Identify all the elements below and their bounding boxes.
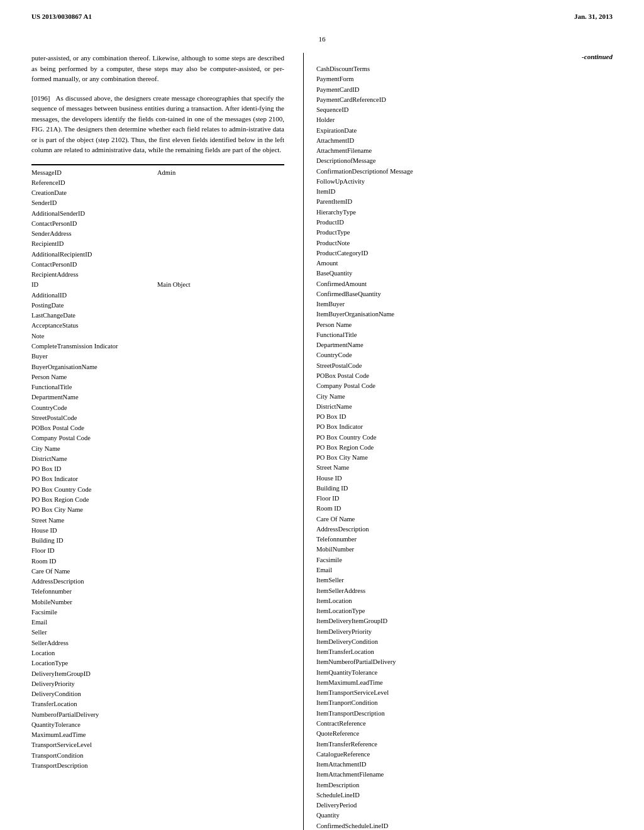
right-field-item: CashDiscountTerms xyxy=(316,64,613,74)
field-item: POBox Postal Code xyxy=(31,423,157,433)
right-field-item: SequenceID xyxy=(316,105,613,115)
field-item: ReferenceID xyxy=(31,178,157,188)
right-field-item: ItemLocation xyxy=(316,596,613,606)
field-item: QuantityTolerance xyxy=(31,720,157,730)
field-item: LastChangeDate xyxy=(31,311,157,321)
right-field-item: DeliveryPeriod xyxy=(316,800,613,811)
field-item: FunctionalTitle xyxy=(31,382,157,392)
left-table-content: MessageIDAdminReferenceIDCreationDateSen… xyxy=(31,168,284,772)
right-field-item: FunctionalTitle xyxy=(316,330,613,340)
right-field-item: DescriptionofMessage xyxy=(316,156,613,166)
right-field-item: DistrictName xyxy=(316,402,613,412)
page-header: US 2013/0030867 A1 Jan. 31, 2013 xyxy=(31,13,613,24)
field-item: Care Of Name xyxy=(31,567,157,577)
right-field-item: PO Box Region Code xyxy=(316,443,613,453)
field-item: TransportServiceLevel xyxy=(31,740,157,750)
right-field-item: Email xyxy=(316,565,613,575)
continued-header: -continued xyxy=(316,53,613,60)
right-field-item: Building ID xyxy=(316,484,613,494)
right-field-item: ConfirmedAmount xyxy=(316,279,613,289)
field-item: BuyerOrganisationName xyxy=(31,362,157,372)
field-item: Location xyxy=(31,648,157,658)
right-field-item: DepartmentName xyxy=(316,340,613,350)
right-field-item: ItemDeliveryPriority xyxy=(316,627,613,637)
right-field-item: ItemTransferLocation xyxy=(316,647,613,657)
field-item: TransportDescription xyxy=(31,761,157,771)
right-field-item: ProductType xyxy=(316,228,613,238)
field-item: CompleteTransmission Indicator xyxy=(31,341,157,351)
right-field-item: ExpirationDate xyxy=(316,126,613,136)
field-item: RecipientID xyxy=(31,239,157,249)
right-field-item: Room ID xyxy=(316,504,613,514)
right-field-item: ItemAttachmentFilename xyxy=(316,770,613,780)
content-area: puter-assisted, or any combination there… xyxy=(31,53,613,830)
field-item: City Name xyxy=(31,444,157,454)
field-item: Email xyxy=(31,617,157,628)
right-field-item: ItemSeller xyxy=(316,575,613,585)
right-field-item: CatalogueReference xyxy=(316,750,613,760)
right-field-item: ItemQuantityTolerance xyxy=(316,668,613,678)
right-field-item: ItemTransportDescription xyxy=(316,709,613,719)
page-number: 16 xyxy=(31,35,613,43)
field-item: Person Name xyxy=(31,372,157,382)
right-field-item: ParentItemID xyxy=(316,197,613,207)
right-field-item: PO Box City Name xyxy=(316,453,613,463)
field-item: SenderID xyxy=(31,198,157,208)
right-field-item: Person Name xyxy=(316,320,613,330)
field-item: Seller xyxy=(31,628,157,638)
field-item: Note xyxy=(31,331,157,341)
field-item: Room ID xyxy=(31,556,157,567)
field-item: Telefonnumber xyxy=(31,587,157,597)
field-item: Floor ID xyxy=(31,546,157,556)
field-item: AddressDescription xyxy=(31,577,157,587)
field-item: CountryCode xyxy=(31,403,157,413)
right-field-item: HierarchyType xyxy=(316,208,613,218)
right-field-item: PaymentForm xyxy=(316,74,613,84)
right-field-item: ItemLocationType xyxy=(316,606,613,616)
right-field-item: AttachmentFilename xyxy=(316,146,613,156)
field-item: PostingDate xyxy=(31,301,157,311)
right-field-item: PO Box Indicator xyxy=(316,422,613,432)
right-field-item: ProductNote xyxy=(316,238,613,248)
field-item: DeliveryCondition xyxy=(31,689,157,699)
field-item: PO Box ID xyxy=(31,464,157,474)
right-field-item: PaymentCardID xyxy=(316,85,613,95)
field-item: DeliveryItemGroupID xyxy=(31,669,157,679)
right-field-item: ConfirmationDescriptionof Message xyxy=(316,167,613,177)
field-item: Street Name xyxy=(31,516,157,526)
right-field-item: ItemDescription xyxy=(316,780,613,790)
field-item: CreationDate xyxy=(31,188,157,198)
right-field-item: Floor ID xyxy=(316,494,613,504)
field-item: TransportCondition xyxy=(31,751,157,761)
right-field-item: Care Of Name xyxy=(316,514,613,524)
para-text: As discussed above, the designers create… xyxy=(31,94,284,154)
field-item: LocationType xyxy=(31,658,157,668)
field-item: Building ID xyxy=(31,536,157,546)
page: US 2013/0030867 A1 Jan. 31, 2013 16 pute… xyxy=(0,0,644,830)
right-fields: CashDiscountTermsPaymentFormPaymentCardI… xyxy=(316,64,613,830)
field-item: SellerAddress xyxy=(31,638,157,648)
admin-label: Admin xyxy=(157,168,175,178)
field-item: PO Box Region Code xyxy=(31,495,157,505)
right-field-item: ItemTransportServiceLevel xyxy=(316,688,613,698)
right-field-item: StreetPostalCode xyxy=(316,361,613,371)
header-right: Jan. 31, 2013 xyxy=(574,13,613,20)
right-field-item: POBox Postal Code xyxy=(316,371,613,381)
field-item: AdditionalRecipientID xyxy=(31,250,157,260)
field-item: ID xyxy=(31,280,157,290)
right-field-item: CountryCode xyxy=(316,350,613,360)
right-field-item: PO Box ID xyxy=(316,412,613,422)
right-field-item: QuoteReference xyxy=(316,729,613,739)
right-field-item: ItemTransferReference xyxy=(316,739,613,750)
right-field-item: Amount xyxy=(316,258,613,268)
field-item: ContactPersonID xyxy=(31,260,157,270)
right-field-item: ContractReference xyxy=(316,719,613,729)
right-field-item: ItemBuyerOrganisationName xyxy=(316,309,613,319)
field-item: AdditionalSenderID xyxy=(31,209,157,219)
main-object-label: Main Object xyxy=(157,280,191,290)
field-item: DistrictName xyxy=(31,454,157,464)
field-item: MaximumLeadTime xyxy=(31,730,157,740)
right-field-item: Facsimile xyxy=(316,555,613,565)
field-item: AdditionalID xyxy=(31,290,157,301)
right-field-item: ScheduleLineID xyxy=(316,790,613,800)
